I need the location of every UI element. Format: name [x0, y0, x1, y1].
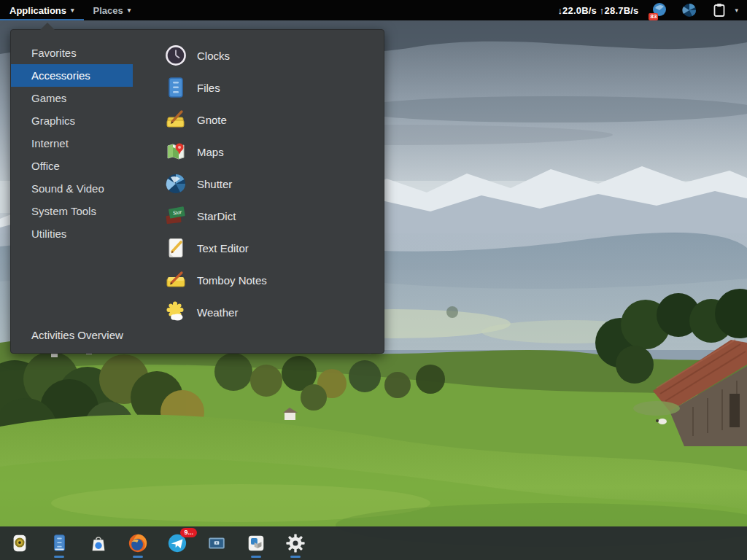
dock-item-boxes[interactable] [245, 532, 267, 558]
running-indicator [133, 556, 143, 558]
app-label: Maps [197, 146, 224, 158]
dock-item-settings[interactable] [285, 532, 306, 558]
dock-item-firefox[interactable] [127, 532, 149, 558]
desktop: Applications ▾ Places ▾ ↓22.0B/s ↑28.7B/… [0, 0, 747, 560]
notification-badge: 9... [180, 528, 197, 537]
dock-item-image-viewer[interactable] [9, 532, 31, 558]
app-label: Weather [197, 306, 238, 319]
dock-item-telegram[interactable]: 9... [166, 532, 188, 558]
clipboard-icon[interactable] [711, 1, 728, 19]
unread-count-badge: 83 [649, 13, 658, 20]
category-internet[interactable]: Internet [11, 132, 133, 155]
app-item-text-editor[interactable]: Text Editor [154, 232, 378, 264]
category-office[interactable]: Office [11, 155, 133, 177]
app-item-maps[interactable]: Maps [154, 136, 378, 168]
top-bar: Applications ▾ Places ▾ ↓22.0B/s ↑28.7B/… [0, 0, 747, 20]
category-list: Favorites Accessories Games Graphics Int… [11, 42, 133, 245]
settings-gear-icon [285, 532, 306, 554]
dock-item-files[interactable] [48, 532, 70, 558]
screenshot-tool-icon [206, 532, 228, 554]
category-utilities[interactable]: Utilities [11, 222, 133, 245]
boxes-icon [245, 532, 267, 554]
image-viewer-icon [9, 532, 31, 554]
app-item-stardict[interactable]: Star StarDict [154, 200, 378, 232]
weather-icon [164, 300, 187, 324]
places-label: Places [93, 5, 123, 16]
app-label: Clocks [197, 50, 230, 62]
category-graphics[interactable]: Graphics [11, 109, 133, 132]
system-tray: ↓22.0B/s ↑28.7B/s 83 [557, 1, 747, 19]
category-games[interactable]: Games [11, 87, 133, 109]
category-sound-video[interactable]: Sound & Video [11, 177, 133, 200]
chevron-down-icon[interactable]: ▾ [735, 7, 738, 14]
category-favorites[interactable]: Favorites [11, 42, 133, 64]
software-icon [88, 532, 109, 554]
category-system-tools[interactable]: System Tools [11, 200, 133, 222]
clocks-icon [164, 44, 187, 67]
network-speed-indicator: ↓22.0B/s ↑28.7B/s [557, 5, 638, 16]
app-label: Text Editor [197, 242, 249, 254]
maps-icon [164, 140, 187, 163]
chevron-down-icon: ▾ [71, 7, 74, 14]
app-item-weather[interactable]: Weather [154, 296, 378, 328]
app-item-clocks[interactable]: Clocks [154, 39, 378, 71]
app-label: Tomboy Notes [197, 274, 267, 287]
feed-reader-icon[interactable]: 83 [651, 1, 668, 19]
dock-item-software[interactable] [88, 532, 109, 558]
dock-item-screenshot-tool[interactable] [206, 532, 228, 558]
applications-menu: Favorites Accessories Games Graphics Int… [10, 29, 384, 354]
running-indicator [290, 556, 301, 558]
tomboy-notes-icon [164, 268, 187, 292]
dock: 9... [0, 526, 747, 560]
stardict-icon: Star [164, 204, 187, 228]
app-item-tomboy-notes[interactable]: Tomboy Notes [154, 264, 378, 296]
app-label: Gnote [197, 114, 227, 126]
files-icon [48, 532, 70, 554]
app-label: StarDict [197, 210, 236, 222]
app-label: Files [197, 82, 220, 94]
shutter-icon [164, 172, 187, 195]
files-icon [164, 76, 187, 99]
applications-menu-button[interactable]: Applications ▾ [0, 0, 84, 20]
text-editor-icon [164, 236, 187, 260]
app-item-shutter[interactable]: Shutter [154, 168, 378, 200]
applications-label: Applications [9, 5, 66, 16]
activities-overview-button[interactable]: Activities Overview [31, 329, 123, 341]
app-list: Clocks Files [154, 39, 378, 328]
app-item-gnote[interactable]: Gnote [154, 104, 378, 136]
shutter-tray-icon[interactable] [681, 1, 698, 19]
app-label: Shutter [197, 178, 232, 190]
running-indicator [54, 556, 64, 558]
gnote-icon [164, 108, 187, 131]
chevron-down-icon: ▾ [128, 7, 131, 14]
app-item-files[interactable]: Files [154, 71, 378, 104]
places-menu-button[interactable]: Places ▾ [84, 0, 141, 20]
firefox-icon [127, 532, 149, 554]
category-accessories[interactable]: Accessories [11, 64, 133, 87]
running-indicator [251, 556, 261, 558]
